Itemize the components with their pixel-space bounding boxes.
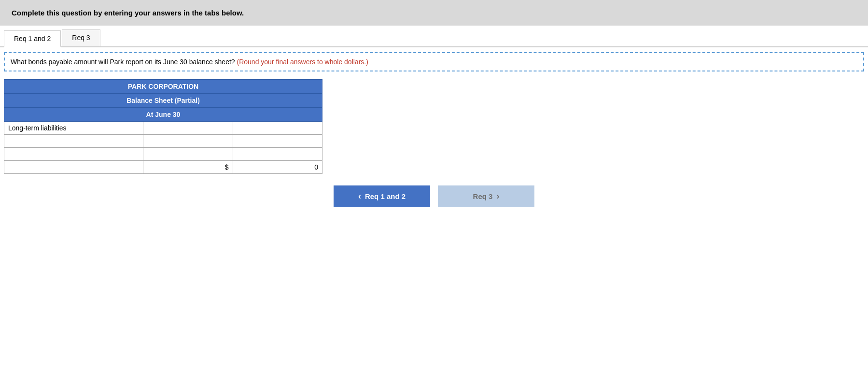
lt-liabilities-col2 — [143, 122, 233, 135]
input-field-row2-col2[interactable] — [143, 148, 232, 160]
req1and2-btn-label: Req 1 and 2 — [365, 192, 406, 200]
tab-req3[interactable]: Req 3 — [62, 29, 100, 46]
round-note: (Round your final answers to whole dolla… — [237, 58, 368, 66]
table-subtitle-row: Balance Sheet (Partial) — [4, 94, 322, 108]
lt-liabilities-col3 — [233, 122, 322, 135]
table-subtitle: Balance Sheet (Partial) — [4, 94, 322, 108]
table-row: Long-term liabilities — [4, 122, 322, 135]
total-dollar: $ — [143, 161, 233, 174]
input-field-row1-col2[interactable] — [143, 135, 232, 147]
lt-liabilities-label: Long-term liabilities — [4, 122, 143, 135]
arrow-right-icon — [496, 191, 499, 201]
table-title: PARK CORPORATION — [4, 80, 322, 94]
input-row2-col1[interactable] — [4, 148, 143, 161]
table-total-row: $ 0 — [4, 161, 322, 174]
req1and2-button[interactable]: Req 1 and 2 — [334, 185, 430, 207]
input-row1-col2[interactable] — [143, 135, 233, 148]
header-banner: Complete this question by entering your … — [0, 0, 868, 26]
arrow-left-icon — [358, 191, 361, 201]
input-row1-col3 — [233, 135, 322, 148]
table-section: PARK CORPORATION Balance Sheet (Partial)… — [4, 79, 322, 174]
total-label — [4, 161, 143, 174]
input-field-row1-col1[interactable] — [4, 135, 143, 147]
total-value: 0 — [233, 161, 322, 174]
input-row2-col2[interactable] — [143, 148, 233, 161]
tabs-container: Req 1 and 2 Req 3 — [0, 26, 868, 47]
tab-req1and2[interactable]: Req 1 and 2 — [4, 30, 61, 47]
input-row2-col3 — [233, 148, 322, 161]
table-row — [4, 135, 322, 148]
nav-buttons: Req 1 and 2 Req 3 — [0, 185, 868, 207]
balance-table: PARK CORPORATION Balance Sheet (Partial)… — [4, 79, 322, 174]
req3-btn-label: Req 3 — [473, 192, 493, 200]
table-date-row: At June 30 — [4, 108, 322, 122]
question-text: What bonds payable amount will Park repo… — [11, 58, 235, 66]
table-date: At June 30 — [4, 108, 322, 122]
table-row — [4, 148, 322, 161]
table-title-row: PARK CORPORATION — [4, 80, 322, 94]
header-instruction: Complete this question by entering your … — [12, 9, 244, 17]
req3-button: Req 3 — [438, 185, 534, 207]
question-box: What bonds payable amount will Park repo… — [4, 52, 864, 71]
input-field-row2-col1[interactable] — [4, 148, 143, 160]
input-row1-col1[interactable] — [4, 135, 143, 148]
